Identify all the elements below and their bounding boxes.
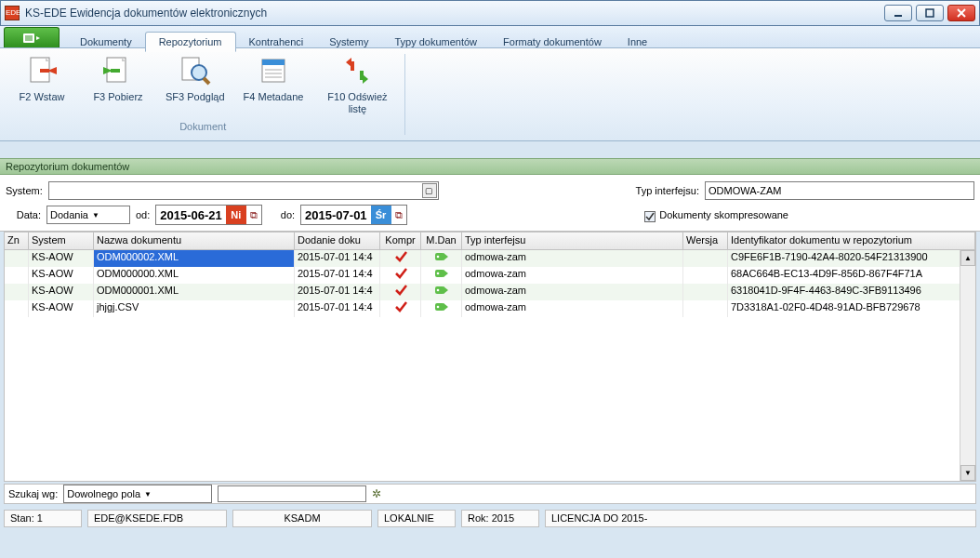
ribbon-label: F3 Pobierz [89,91,147,103]
svg-rect-21 [262,60,285,65]
panel-header: Repozytorium dokumentów [0,158,980,175]
chevron-down-icon: ▼ [92,211,99,219]
svg-point-34 [436,272,439,275]
typ-field[interactable]: ODMOWA-ZAM [705,181,974,200]
date-to[interactable]: 2015-07-01 Śr ⧉ [300,205,407,225]
status-bar: Stan: 1 EDE@KSEDE.FDB KSADM LOKALNIE Rok… [4,510,976,527]
status-lic: LICENCJA DO 2015- [545,510,976,527]
grid-header[interactable]: Zn System Nazwa dokumentu Dodanie doku K… [5,232,975,250]
data-kind-select[interactable]: Dodania▼ [46,206,130,224]
titlebar: EDE KS-EDE Ewidencja dokumentów elektron… [0,0,980,26]
filters: System: ▢ Typ interfejsu: ODMOWA-ZAM Dat… [0,175,980,232]
day-badge-to: Śr [371,206,391,224]
check-icon [380,250,421,267]
scroll-down-icon[interactable]: ▼ [960,465,975,481]
f4-metadane-button[interactable]: F4 Metadane [240,52,308,117]
system-dropdown-icon[interactable]: ▢ [422,183,437,198]
svg-marker-36 [444,286,448,294]
typ-label: Typ interfejsu: [636,185,699,196]
day-badge-from: Ni [226,206,246,224]
svg-rect-26 [351,61,354,71]
ribbon: F2 Wstaw F3 Pobierz SF3 Podgląd F4 Metad… [0,48,980,141]
check-icon [380,284,421,300]
svg-line-19 [204,78,209,84]
svg-rect-29 [435,253,444,260]
tabs-row: DokumentyRepozytoriumKontrahenciSystemyT… [0,26,980,48]
col-zn[interactable]: Zn [5,232,29,249]
col-id[interactable]: Identyfikator dokumentu w repozytorium [728,232,975,249]
search-mode-select[interactable]: Dowolnego pola▼ [63,485,212,503]
col-system[interactable]: System [29,232,94,249]
scrollbar[interactable]: ▲ ▼ [960,250,975,481]
col-kompr[interactable]: Kompr [380,232,421,249]
checkbox-icon [644,211,656,222]
f2-wstaw-button[interactable]: F2 Wstaw [9,52,74,117]
metadata-icon [257,54,290,87]
ribbon-label: SF3 Podgląd [166,91,225,103]
tag-icon [421,300,462,317]
search-row: Szukaj wg: Dowolnego pola▼ ✲ [4,484,976,504]
search-input[interactable] [218,485,366,502]
grid-body[interactable]: KS-AOWODM000002.XML2015-07-01 14:4odmowa… [5,250,975,481]
tab-inne[interactable]: Inne [615,33,660,51]
refresh-icon [340,54,374,87]
window-title: KS-EDE Ewidencja dokumentów elektroniczn… [25,7,884,20]
status-rok: Rok: 2015 [461,510,539,527]
calendar-icon[interactable]: ⧉ [246,209,261,221]
table-row[interactable]: KS-AOWODM000001.XML2015-07-01 14:4odmowa… [5,284,975,300]
tab-formaty-dokumentów[interactable]: Formaty dokumentów [490,33,615,51]
svg-rect-32 [435,270,444,277]
col-name[interactable]: Nazwa dokumentu [94,232,295,249]
tag-icon [421,284,462,300]
f10-odswiez-button[interactable]: F10 Odśwież listę [318,52,396,117]
svg-marker-39 [444,303,448,311]
system-field[interactable]: ▢ [48,181,439,200]
od-label: od: [136,209,150,220]
compressed-checkbox[interactable]: Dokumenty skompresowane [644,209,788,220]
svg-rect-16 [111,69,120,73]
table-row[interactable]: KS-AOWjhjgj.CSV2015-07-01 14:4odmowa-zam… [5,300,975,317]
close-button[interactable] [947,5,975,21]
svg-rect-1 [926,9,934,17]
col-wersja[interactable]: Wersja [683,232,728,249]
ribbon-group-dokument: F2 Wstaw F3 Pobierz SF3 Podgląd F4 Metad… [0,48,405,140]
search-label: Szukaj wg: [8,488,58,499]
col-date[interactable]: Dodanie doku [295,232,380,249]
gear-icon[interactable]: ✲ [372,487,381,500]
svg-rect-35 [435,286,444,294]
data-label: Data: [6,209,41,220]
svg-rect-38 [435,303,444,311]
table-row[interactable]: KS-AOWODM000002.XML2015-07-01 14:4odmowa… [5,250,975,267]
download-document-icon [101,54,135,87]
svg-rect-28 [360,71,364,80]
svg-rect-12 [40,69,49,73]
documents-grid: Zn System Nazwa dokumentu Dodanie doku K… [4,232,976,482]
app-icon: EDE [5,6,20,20]
svg-marker-8 [36,36,40,40]
scroll-up-icon[interactable]: ▲ [960,250,975,266]
svg-point-37 [436,289,439,292]
check-icon [380,300,421,317]
preview-icon [179,54,212,87]
svg-point-31 [436,256,439,259]
check-icon [380,267,421,284]
tag-icon [421,250,462,267]
tag-icon [421,267,462,284]
maximize-button[interactable] [916,5,944,21]
col-typ[interactable]: Typ interfejsu [462,232,683,249]
minimize-button[interactable] [884,5,912,21]
file-menu[interactable] [4,27,60,47]
date-from[interactable]: 2015-06-21 Ni ⧉ [155,205,262,225]
chevron-down-icon: ▼ [144,490,152,498]
ribbon-group-label: Dokument [9,121,396,132]
svg-marker-33 [444,270,448,277]
ribbon-label: F10 Odśwież listę [322,91,392,115]
table-row[interactable]: KS-AOWODM000000.XML2015-07-01 14:4odmowa… [5,267,975,284]
sf3-podglad-button[interactable]: SF3 Podgląd [162,52,229,117]
ribbon-label: F2 Wstaw [13,91,71,103]
col-mdan[interactable]: M.Dan [421,232,462,249]
calendar-icon[interactable]: ⧉ [391,209,406,221]
f3-pobierz-button[interactable]: F3 Pobierz [86,52,151,117]
status-db: EDE@KSEDE.FDB [87,510,227,527]
system-label: System: [6,185,43,196]
